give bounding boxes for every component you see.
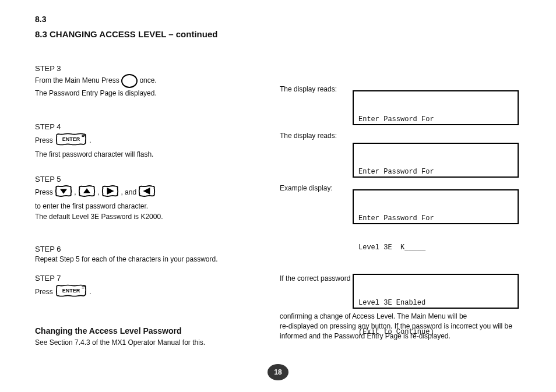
footer-text: See Section 7.4.3 of the MX1 Operator Ma… [35, 338, 274, 348]
lcd-step5-line1: Enter Password For [358, 214, 513, 224]
step5-text: Press , , , and [35, 185, 274, 200]
step5-text-c: , [97, 188, 101, 196]
svg-text:ENTER: ENTER [62, 288, 80, 294]
footer-heading: Changing the Access Level Password [35, 326, 274, 336]
arrow-right-icon [101, 185, 119, 200]
page-title: 8.3 CHANGING ACCESS LEVEL – continued [35, 29, 217, 39]
arrow-down-icon [55, 185, 72, 200]
step3-text-a: From the Main Menu Press [35, 76, 121, 84]
step5-label: STEP 5 [35, 175, 274, 183]
step3-text: From the Main Menu Press once. [35, 74, 274, 88]
svg-text:ENTER: ENTER [62, 136, 80, 142]
step5-text-tail: to enter the first password character. [35, 202, 274, 211]
step3-label: STEP 3 [35, 64, 274, 73]
lcd-step7: Level 3E Enabled (Exit to Continue) [353, 274, 519, 309]
page-number-badge: 18 [268, 364, 288, 380]
step5-text-a: Press [35, 188, 55, 196]
step5-text-b: , [74, 188, 78, 196]
step4-text-a: Press [35, 136, 55, 144]
enter-button-icon: ENTER [55, 284, 87, 301]
step7-sub-b: confirming a change of Access Level. The… [280, 312, 519, 322]
section-number: 8.3 [35, 15, 46, 24]
step4-sub: The first password character will flash. [35, 150, 274, 158]
enter-button-icon: ENTER [55, 132, 87, 149]
step4-label: STEP 4 [35, 122, 274, 131]
arrow-left-icon [138, 185, 156, 200]
lcd-step5: Enter Password For Level 3E K_____ [353, 189, 519, 224]
step4-text-b: . [89, 136, 91, 144]
step3-sub: The Password Entry Page is displayed. [35, 89, 274, 97]
blank-round-button-icon [121, 74, 138, 88]
step7-sub-c: re-displayed on pressing any button. If … [280, 322, 519, 341]
lcd-step5-line2: Level 3E K_____ [358, 243, 513, 253]
step6-label: STEP 6 [35, 245, 274, 253]
step6-text: Repeat Step 5 for each of the characters… [35, 255, 274, 264]
lcd-step3: Enter Password For Level 3E [353, 90, 519, 125]
step7-text-a: Press [35, 288, 55, 296]
step7-text: Press ENTER . [35, 284, 274, 301]
step7-text-b: . [89, 288, 91, 296]
step4-text: Press ENTER . [35, 132, 274, 149]
lcd-step4-line1: Enter Password For [358, 167, 513, 177]
step7-label: STEP 7 [35, 274, 274, 282]
step4-result-label: The display reads: [280, 131, 519, 141]
lcd-step7-line1: Level 3E Enabled [358, 298, 513, 308]
step5-text-d: , and [121, 188, 138, 196]
step5-note: The default Level 3E Password is K2000. [35, 213, 274, 221]
lcd-step3-line1: Enter Password For [358, 115, 513, 125]
lcd-step4: Enter Password For Level 3E A_____ [353, 143, 519, 178]
arrow-up-icon [78, 185, 96, 200]
step3-text-b: once. [139, 76, 156, 84]
